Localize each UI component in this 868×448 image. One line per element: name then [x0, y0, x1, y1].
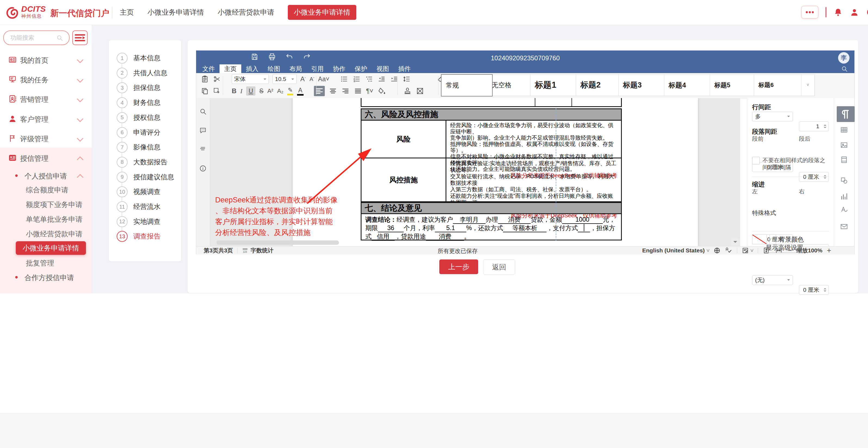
step-label-3[interactable]: 担保信息: [133, 83, 160, 92]
sidebar-item-我的任务[interactable]: 我的任务: [0, 71, 92, 88]
step-label-2[interactable]: 共借人信息: [133, 68, 167, 77]
conclusion-blank[interactable]: 等额本析: [503, 225, 547, 232]
subscript-button[interactable]: A₂: [277, 88, 283, 95]
underline-button[interactable]: U: [246, 87, 255, 96]
strikethrough-button[interactable]: S: [259, 88, 263, 95]
scroll-down-button[interactable]: [731, 238, 740, 246]
space-after-input[interactable]: 0 厘米: [799, 172, 829, 182]
change-case-button[interactable]: Aa˅: [318, 75, 330, 83]
editor-tab-文件[interactable]: 文件: [198, 64, 219, 73]
header-tab-3[interactable]: 小微业务申请详情: [288, 5, 356, 20]
special-format-select[interactable]: (无): [752, 275, 793, 285]
style-常规[interactable]: 常规: [441, 74, 493, 97]
font-color-button[interactable]: A: [297, 87, 303, 96]
edit-mode-icon[interactable]: [742, 247, 749, 254]
fill-color-icon[interactable]: [377, 87, 386, 95]
editor-tab-协作[interactable]: 协作: [328, 64, 350, 73]
step-label-7[interactable]: 影像信息: [133, 143, 160, 151]
step-circle-12[interactable]: 12: [117, 216, 128, 227]
advanced-settings-link[interactable]: 显示高级设置: [766, 243, 803, 253]
multilevel-list-icon[interactable]: [365, 75, 373, 83]
step-label-12[interactable]: 实地调查: [133, 217, 160, 226]
conclusion-blank[interactable]: [578, 224, 590, 232]
back-button[interactable]: 返回: [483, 260, 515, 275]
step-circle-1[interactable]: 1: [117, 53, 128, 64]
font-size-select[interactable]: 10.5: [273, 74, 297, 84]
sidebar-item-客户管理[interactable]: 客户管理: [0, 111, 92, 127]
horizontal-scrollbar[interactable]: [217, 240, 339, 245]
style-标题6[interactable]: 标题6: [754, 74, 806, 96]
editor-tab-引用[interactable]: 引用: [307, 64, 328, 73]
globe-icon[interactable]: [713, 247, 720, 254]
copy-icon[interactable]: [201, 87, 209, 95]
conclusion-blank[interactable]: 消费: [426, 233, 464, 241]
page-indicator[interactable]: 第3页共3页: [204, 247, 233, 254]
find-icon[interactable]: [199, 108, 207, 115]
style-标题4[interactable]: 标题4: [664, 74, 715, 96]
word-count-label[interactable]: 字数统计: [250, 247, 273, 254]
style-无空格[interactable]: 无空格: [487, 74, 535, 96]
step-circle-11[interactable]: 11: [117, 201, 128, 212]
stamp-icon[interactable]: [403, 87, 411, 95]
image-icon[interactable]: [840, 141, 848, 149]
step-circle-7[interactable]: 7: [117, 142, 128, 153]
step-circle-9[interactable]: 9: [117, 172, 128, 182]
style-标题1[interactable]: 标题1: [530, 74, 581, 96]
table-icon[interactable]: [840, 126, 848, 134]
superscript-button[interactable]: A²: [268, 88, 273, 95]
outline-icon[interactable]: [199, 145, 207, 152]
step-circle-13[interactable]: 13: [117, 231, 128, 242]
header-tab-2[interactable]: 小微经营贷款申请: [218, 8, 274, 17]
step-label-1[interactable]: 基本信息: [133, 54, 160, 63]
page-icon[interactable]: [840, 156, 848, 164]
align-left-icon[interactable]: [314, 86, 325, 96]
spellcheck-icon[interactable]: [724, 247, 733, 254]
sidebar-item-批复管理[interactable]: 批复管理: [0, 254, 92, 271]
editor-tab-主页[interactable]: 主页: [219, 64, 241, 73]
line-spacing-value-input[interactable]: 1: [799, 122, 829, 131]
same-style-checkbox[interactable]: [752, 157, 760, 164]
sidebar-item-小微经营贷款申请[interactable]: 小微经营贷款申请: [0, 225, 92, 242]
step-label-4[interactable]: 财务信息: [133, 98, 160, 107]
color-swatch[interactable]: [752, 235, 767, 244]
conclusion-blank[interactable]: 36: [378, 225, 404, 232]
step-label-6[interactable]: 申请评分: [133, 128, 160, 137]
same-style-option[interactable]: 不要在相同样式的段落之间添加间隔: [752, 157, 829, 171]
step-circle-4[interactable]: 4: [117, 97, 128, 108]
conclusion-blank[interactable]: 李明月: [453, 216, 486, 224]
bell-icon[interactable]: [833, 8, 843, 17]
step-circle-8[interactable]: 8: [117, 157, 128, 168]
editor-tab-插入[interactable]: 插入: [241, 64, 263, 73]
sidebar-item-营销管理[interactable]: 营销管理: [0, 91, 92, 107]
avatar[interactable]: 李: [838, 52, 849, 64]
editor-tab-布局[interactable]: 布局: [285, 64, 307, 73]
line-spacing-icon[interactable]: [402, 75, 411, 83]
editor-tab-插件[interactable]: 插件: [394, 64, 415, 73]
shrink-font-button[interactable]: Aˇ: [310, 76, 314, 82]
color-dropdown[interactable]: ˅: [770, 235, 776, 244]
gear-icon[interactable]: [866, 8, 868, 17]
step-label-9[interactable]: 授信建议信息: [133, 173, 174, 181]
step-circle-3[interactable]: 3: [117, 82, 128, 93]
frame-icon[interactable]: [415, 87, 425, 95]
sidebar-item-额度项下业务申请[interactable]: 额度项下业务申请: [0, 196, 92, 212]
step-label-8[interactable]: 大数据报告: [133, 158, 167, 167]
header-tab-0[interactable]: 主页: [120, 8, 134, 17]
step-circle-6[interactable]: 6: [117, 127, 128, 138]
select-icon[interactable]: [213, 87, 221, 95]
paragraph-mark-button[interactable]: ¶˅: [366, 87, 373, 95]
sidebar-item-小微业务申请详情[interactable]: 小微业务申请详情: [0, 240, 92, 256]
chart-icon[interactable]: [840, 192, 848, 201]
sidebar-item-评级管理[interactable]: 评级管理: [0, 130, 92, 146]
style-标题3[interactable]: 标题3: [618, 74, 669, 96]
bullet-list-icon[interactable]: [340, 75, 348, 83]
align-right-icon[interactable]: [341, 87, 350, 95]
step-circle-5[interactable]: 5: [117, 112, 128, 123]
outdent-icon[interactable]: [377, 75, 386, 83]
bold-button[interactable]: B: [232, 87, 237, 95]
editor-tab-视图[interactable]: 视图: [372, 64, 394, 73]
zoom-in-button[interactable]: +: [827, 246, 831, 255]
sidebar-item-合作方授信申请[interactable]: 合作方授信申请: [0, 269, 92, 285]
conclusion-blank[interactable]: 1000: [562, 216, 603, 224]
style-标题2[interactable]: 标题2: [576, 74, 623, 96]
